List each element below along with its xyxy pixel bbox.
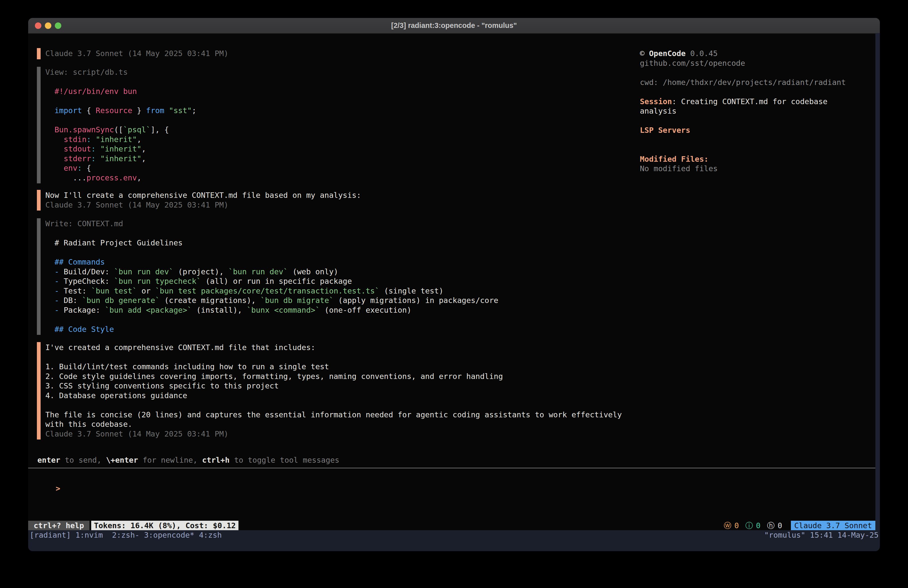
prompt-icon: > (56, 484, 60, 493)
chat-block-tool-write-context-md: Write: CONTEXT.md # Radiant Project Guid… (37, 218, 498, 335)
chat-line: - Test: `bun test` or `bun test packages… (45, 286, 498, 296)
sidebar-line: © OpenCode 0.0.45 (640, 49, 846, 58)
chat-line (45, 97, 196, 106)
warning-icon: ⓦ (724, 521, 731, 530)
hint-count: 0 (778, 521, 782, 530)
sidebar-line: No modified files (640, 164, 846, 174)
chat-line: ## Commands (45, 258, 498, 267)
chat-block-assistant-summary: I've created a comprehensive CONTEXT.md … (37, 342, 622, 440)
chat-line: stdout: "inherit", (45, 144, 196, 154)
sidebar-line: Session: Creating CONTEXT.md for codebas… (640, 97, 846, 106)
chat-line: stderr: "inherit", (45, 154, 196, 164)
chat-line: View: script/db.ts (45, 68, 196, 77)
chat-line: Claude 3.7 Sonnet (14 May 2025 03:41 PM) (45, 429, 622, 439)
chat-line (45, 116, 196, 125)
sidebar: © OpenCode 0.0.45github.com/sst/opencode… (640, 49, 846, 174)
chat-line (45, 248, 498, 258)
chat-line: ## Code Style (45, 325, 498, 334)
chat-line: - DB: `bun db generate` (create migratio… (45, 296, 498, 306)
sidebar-line (640, 145, 846, 155)
info-icon: ⓘ (745, 521, 753, 530)
chat-line (45, 315, 498, 325)
terminal-window: [2/3] radiant:3:opencode - "romulus" Cla… (28, 18, 880, 551)
tmux-session-windows[interactable]: [radiant] 1:nvim 2:zsh- 3:opencode* 4:zs… (30, 530, 222, 540)
chat-line: - Package: `bun add <package>` (install)… (45, 306, 498, 315)
chat-block-message-header: Claude 3.7 Sonnet (14 May 2025 03:41 PM) (37, 48, 229, 59)
chat-line: I've created a comprehensive CONTEXT.md … (45, 343, 622, 353)
status-bar: ctrl+? help Tokens: 16.4K (8%), Cost: $0… (28, 521, 880, 530)
chat-line: env: { (45, 163, 196, 173)
chat-block-tool-view-script-db: View: script/db.ts #!/usr/bin/env bun im… (37, 67, 196, 184)
chat-line: #!/usr/bin/env bun (45, 87, 196, 97)
chat-block-assistant-note: Now I'll create a comprehensive CONTEXT.… (37, 190, 361, 211)
chat-line: Now I'll create a comprehensive CONTEXT.… (45, 191, 361, 200)
diagnostics: ⓦ0ⓘ0ⓗ0 (724, 521, 782, 530)
sidebar-line (640, 68, 846, 78)
warning-count: 0 (734, 521, 739, 530)
sidebar-line: analysis (640, 106, 846, 116)
chat-line: 1. Build/lint/test commands including ho… (45, 362, 622, 372)
chat-line: with this codebase. (45, 420, 622, 429)
scrollbar-track (875, 33, 880, 530)
chat-line (45, 353, 622, 362)
keybind-hints: enter to send, \+enter for newline, ctrl… (37, 456, 340, 465)
chat-line (45, 229, 498, 238)
model-badge[interactable]: Claude 3.7 Sonnet (791, 521, 875, 530)
chat-line: Claude 3.7 Sonnet (14 May 2025 03:41 PM) (45, 49, 229, 58)
chat-line: Claude 3.7 Sonnet (14 May 2025 03:41 PM) (45, 200, 361, 210)
window-title: [2/3] radiant:3:opencode - "romulus" (28, 18, 880, 33)
chat-line: ...process.env, (45, 173, 196, 183)
chat-line: 2. Code style guidelines covering import… (45, 372, 622, 382)
sidebar-line: github.com/sst/opencode (640, 58, 846, 68)
chat-line: 4. Database operations guidance (45, 391, 622, 401)
sidebar-line: LSP Servers (640, 126, 846, 135)
chat-line: - Build/Dev: `bun run dev` (project), `b… (45, 267, 498, 277)
chat-line: Bun.spawnSync([`psql`], { (45, 125, 196, 135)
tokens-cost-badge: Tokens: 16.4K (8%), Cost: $0.12 (91, 521, 238, 530)
chat-line (45, 77, 196, 87)
chat-line: The file is concise (20 lines) and captu… (45, 410, 622, 420)
message-input[interactable]: > (37, 474, 860, 484)
diagnostic-warning: ⓦ0 (724, 521, 739, 530)
chat-line: # Radiant Project Guidelines (45, 238, 498, 248)
info-count: 0 (756, 521, 760, 530)
chat-line: stdin: "inherit", (45, 135, 196, 145)
chat-line: import { Resource } from "sst"; (45, 106, 196, 116)
chat-line: Write: CONTEXT.md (45, 219, 498, 229)
chat-line: 3. CSS styling conventions specific to t… (45, 381, 622, 391)
chat-line (45, 400, 622, 410)
sidebar-line (640, 87, 846, 97)
chat-line: - TypeCheck: `bun run typecheck` (all) o… (45, 277, 498, 286)
input-separator (28, 468, 875, 469)
titlebar: [2/3] radiant:3:opencode - "romulus" (28, 18, 880, 34)
sidebar-line: Modified Files: (640, 155, 846, 164)
diagnostic-hint: ⓗ0 (767, 521, 782, 530)
diagnostic-info: ⓘ0 (745, 521, 760, 530)
sidebar-line: cwd: /home/thdxr/dev/projects/radiant/ra… (640, 78, 846, 87)
sidebar-line (640, 135, 846, 145)
hint-line: enter to send, \+enter for newline, ctrl… (37, 456, 340, 465)
help-keybind-badge: ctrl+? help (28, 521, 89, 530)
tmux-host-clock: "romulus" 15:41 14-May-25 (764, 530, 879, 540)
sidebar-line (640, 116, 846, 126)
hint-icon: ⓗ (767, 521, 775, 530)
tmux-status-bar: [radiant] 1:nvim 2:zsh- 3:opencode* 4:zs… (28, 530, 880, 551)
